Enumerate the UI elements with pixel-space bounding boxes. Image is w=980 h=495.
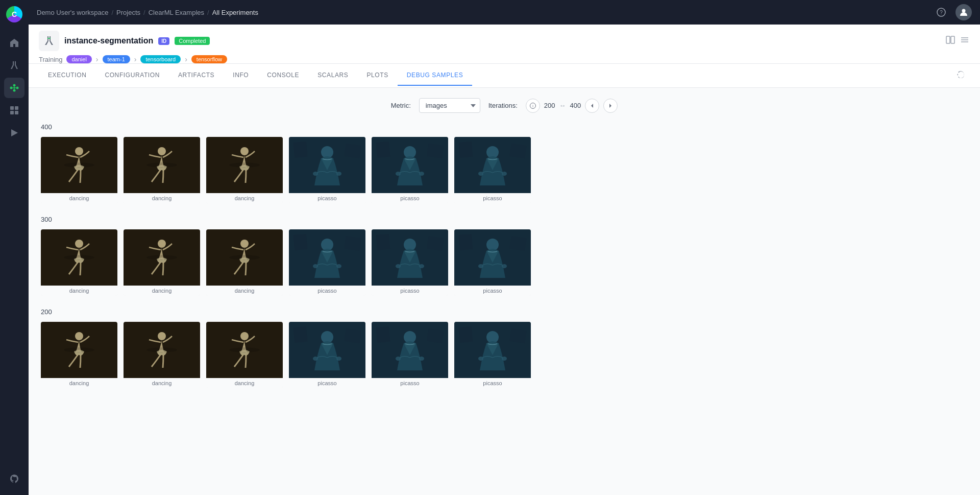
- svg-point-67: [336, 264, 341, 268]
- image-card[interactable]: dancing: [124, 137, 200, 203]
- svg-point-0: [10, 87, 13, 89]
- image-card[interactable]: dancing: [124, 229, 200, 296]
- image-card[interactable]: picasso: [372, 229, 448, 296]
- sidebar-item-experiments[interactable]: [4, 55, 24, 76]
- image-card[interactable]: picasso: [289, 322, 365, 388]
- tab-info[interactable]: INFO: [224, 65, 258, 86]
- image-card[interactable]: dancing: [206, 322, 283, 388]
- refresh-button[interactable]: [952, 64, 970, 87]
- image-label: picasso: [289, 378, 365, 388]
- image-label: picasso: [454, 286, 531, 296]
- iter-min: 200: [544, 102, 555, 109]
- dancing-image: [206, 229, 283, 286]
- app-logo[interactable]: C: [0, 0, 29, 29]
- tab-debug-samples[interactable]: DEBUG SAMPLES: [398, 65, 473, 86]
- image-label: dancing: [206, 286, 283, 296]
- split-view-button[interactable]: [945, 35, 955, 47]
- tag-daniel[interactable]: daniel: [66, 55, 91, 63]
- breadcrumb-current: All Experiments: [212, 9, 258, 16]
- iter-prev-button[interactable]: [585, 99, 599, 113]
- sidebar-item-deploy[interactable]: [4, 123, 24, 143]
- picasso-image: [289, 229, 365, 286]
- avatar-icon: [959, 8, 968, 17]
- image-thumbnail: [41, 322, 117, 378]
- home-icon: [9, 38, 19, 48]
- tag-tensorflow[interactable]: tensorflow: [191, 55, 227, 63]
- image-card[interactable]: dancing: [41, 229, 117, 296]
- image-thumbnail: [289, 229, 365, 286]
- experiment-meta: Training daniel › team-1 › tensorboard ›…: [39, 55, 970, 63]
- section-400: 400: [41, 123, 968, 203]
- svg-point-66: [313, 264, 318, 268]
- image-label: dancing: [124, 286, 200, 296]
- user-avatar[interactable]: [955, 4, 972, 20]
- sidebar-item-datasets[interactable]: [4, 100, 24, 121]
- experiment-header: instance-segmentation ID Completed: [29, 25, 980, 64]
- image-card[interactable]: dancing: [41, 137, 117, 203]
- image-thumbnail: [206, 229, 283, 286]
- pipeline-icon: [9, 83, 19, 93]
- tab-console[interactable]: CONSOLE: [258, 65, 308, 86]
- sidebar-item-pipelines[interactable]: [4, 78, 24, 98]
- image-card[interactable]: picasso: [454, 322, 531, 388]
- logo-icon: C: [6, 6, 22, 22]
- tab-configuration[interactable]: CONFIGURATION: [95, 65, 169, 86]
- iter-controls: i 200 ↔ 400: [526, 99, 618, 113]
- image-thumbnail: [206, 137, 283, 193]
- image-card[interactable]: dancing: [41, 322, 117, 388]
- section-200: 200: [41, 308, 968, 388]
- image-thumbnail: [124, 137, 200, 193]
- breadcrumb-sep2: /: [143, 9, 145, 16]
- image-card[interactable]: dancing: [206, 229, 283, 296]
- badge-status: Completed: [175, 37, 210, 45]
- image-card[interactable]: picasso: [454, 137, 531, 203]
- image-thumbnail: [372, 229, 448, 286]
- dancing-image: [206, 137, 283, 193]
- image-card[interactable]: picasso: [289, 137, 365, 203]
- image-card[interactable]: dancing: [206, 137, 283, 203]
- dancing-image: [124, 137, 200, 193]
- sidebar-item-home[interactable]: [4, 33, 24, 53]
- menu-button[interactable]: [960, 35, 970, 47]
- prev-icon: [590, 103, 595, 108]
- image-card[interactable]: dancing: [124, 322, 200, 388]
- image-card[interactable]: picasso: [454, 229, 531, 296]
- help-button[interactable]: ?: [933, 4, 949, 20]
- tab-scalars[interactable]: SCALARS: [308, 65, 357, 86]
- svg-point-2: [16, 87, 19, 89]
- image-thumbnail: [41, 229, 117, 286]
- breadcrumb-workspace[interactable]: Demo User's workspace: [37, 9, 108, 16]
- dancing-image: [41, 229, 117, 286]
- dancing-image: [124, 322, 200, 378]
- svg-rect-75: [376, 234, 390, 250]
- image-card[interactable]: picasso: [372, 322, 448, 388]
- tab-artifacts[interactable]: ARTIFACTS: [169, 65, 224, 86]
- tab-plots[interactable]: PLOTS: [357, 65, 397, 86]
- tag-tensorboard[interactable]: tensorboard: [140, 55, 181, 63]
- svg-point-26: [64, 162, 94, 168]
- tag-team1[interactable]: team-1: [103, 55, 130, 63]
- topbar-right: ?: [933, 4, 972, 20]
- sidebar-item-github[interactable]: [4, 468, 24, 489]
- github-icon: [9, 474, 19, 484]
- svg-point-85: [75, 332, 83, 340]
- svg-text:i: i: [532, 104, 533, 108]
- metric-select[interactable]: images: [419, 98, 480, 113]
- svg-rect-38: [293, 142, 308, 158]
- iter-info-button[interactable]: i: [526, 99, 540, 113]
- dataset-icon: [9, 105, 19, 115]
- svg-point-59: [146, 255, 177, 260]
- iter-next-button[interactable]: [603, 99, 618, 113]
- picasso-image: [289, 137, 365, 193]
- image-thumbnail: [124, 322, 200, 378]
- svg-point-89: [146, 347, 177, 352]
- breadcrumb-projects[interactable]: Projects: [116, 9, 140, 16]
- image-card[interactable]: picasso: [372, 137, 448, 203]
- svg-rect-105: [376, 326, 390, 343]
- image-label: dancing: [41, 378, 117, 388]
- image-thumbnail: [372, 322, 448, 378]
- image-card[interactable]: picasso: [289, 229, 365, 296]
- tab-execution[interactable]: EXECUTION: [39, 65, 95, 86]
- breadcrumb-clearml[interactable]: ClearML Examples: [149, 9, 204, 16]
- svg-point-91: [240, 332, 249, 340]
